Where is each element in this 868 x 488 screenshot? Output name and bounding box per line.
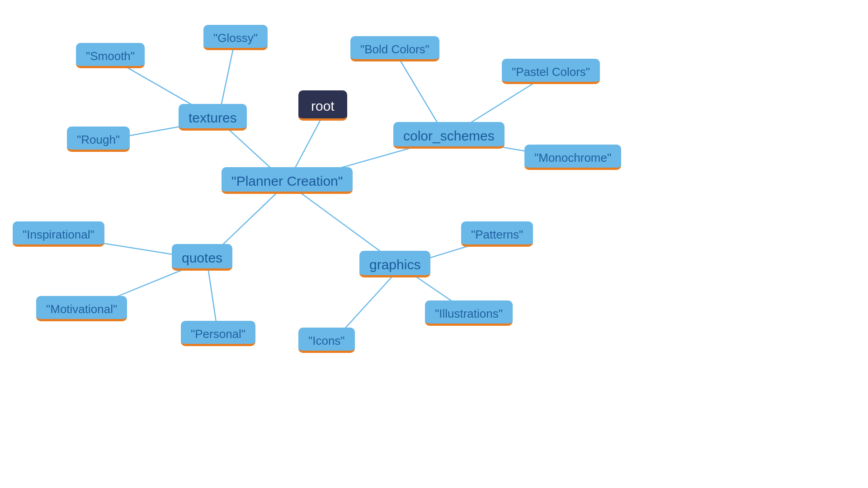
node-label-rough: "Rough" bbox=[77, 133, 120, 146]
node-box-graphics: graphics bbox=[359, 251, 430, 277]
node-bold_colors: "Bold Colors" bbox=[350, 36, 439, 61]
node-label-root: root bbox=[311, 99, 335, 113]
node-box-quotes: quotes bbox=[172, 244, 232, 271]
node-label-inspirational: "Inspirational" bbox=[23, 228, 94, 241]
node-planner_creation: "Planner Creation" bbox=[222, 167, 353, 194]
node-label-smooth: "Smooth" bbox=[86, 49, 135, 63]
node-label-glossy: "Glossy" bbox=[213, 31, 258, 45]
node-label-bold_colors: "Bold Colors" bbox=[360, 42, 429, 56]
node-box-motivational: "Motivational" bbox=[36, 296, 127, 321]
node-label-graphics: graphics bbox=[369, 257, 420, 272]
node-label-textures: textures bbox=[189, 110, 237, 125]
node-root: root bbox=[298, 90, 347, 121]
node-box-planner_creation: "Planner Creation" bbox=[222, 167, 353, 194]
node-box-inspirational: "Inspirational" bbox=[13, 221, 104, 247]
node-glossy: "Glossy" bbox=[203, 25, 268, 50]
node-label-pastel_colors: "Pastel Colors" bbox=[512, 65, 590, 79]
node-label-quotes: quotes bbox=[182, 250, 222, 265]
node-box-patterns: "Patterns" bbox=[461, 221, 533, 247]
node-graphics: graphics bbox=[359, 251, 430, 277]
node-box-textures: textures bbox=[179, 104, 247, 131]
node-label-personal: "Personal" bbox=[191, 327, 245, 341]
node-label-monochrome: "Monochrome" bbox=[534, 151, 611, 164]
node-box-root: root bbox=[298, 90, 347, 121]
node-inspirational: "Inspirational" bbox=[13, 221, 104, 247]
node-label-color_schemes: color_schemes bbox=[403, 128, 495, 143]
node-box-bold_colors: "Bold Colors" bbox=[350, 36, 439, 61]
node-motivational: "Motivational" bbox=[36, 296, 127, 321]
node-label-illustrations: "Illustrations" bbox=[435, 307, 503, 320]
node-label-icons: "Icons" bbox=[308, 334, 345, 347]
node-smooth: "Smooth" bbox=[76, 43, 145, 68]
node-color_schemes: color_schemes bbox=[393, 122, 505, 149]
node-label-motivational: "Motivational" bbox=[46, 302, 117, 316]
node-patterns: "Patterns" bbox=[461, 221, 533, 247]
node-box-pastel_colors: "Pastel Colors" bbox=[502, 59, 600, 84]
node-box-smooth: "Smooth" bbox=[76, 43, 145, 68]
node-box-monochrome: "Monochrome" bbox=[524, 145, 621, 170]
node-box-illustrations: "Illustrations" bbox=[425, 300, 513, 326]
node-monochrome: "Monochrome" bbox=[524, 145, 621, 170]
node-box-rough: "Rough" bbox=[67, 127, 130, 152]
node-icons: "Icons" bbox=[298, 328, 355, 353]
node-illustrations: "Illustrations" bbox=[425, 300, 513, 326]
node-personal: "Personal" bbox=[181, 321, 255, 346]
node-quotes: quotes bbox=[172, 244, 232, 271]
node-textures: textures bbox=[179, 104, 247, 131]
node-box-icons: "Icons" bbox=[298, 328, 355, 353]
node-pastel_colors: "Pastel Colors" bbox=[502, 59, 600, 84]
node-box-personal: "Personal" bbox=[181, 321, 255, 346]
node-rough: "Rough" bbox=[67, 127, 130, 152]
node-box-glossy: "Glossy" bbox=[203, 25, 268, 50]
node-label-patterns: "Patterns" bbox=[471, 228, 523, 241]
node-label-planner_creation: "Planner Creation" bbox=[231, 174, 343, 188]
node-box-color_schemes: color_schemes bbox=[393, 122, 505, 149]
